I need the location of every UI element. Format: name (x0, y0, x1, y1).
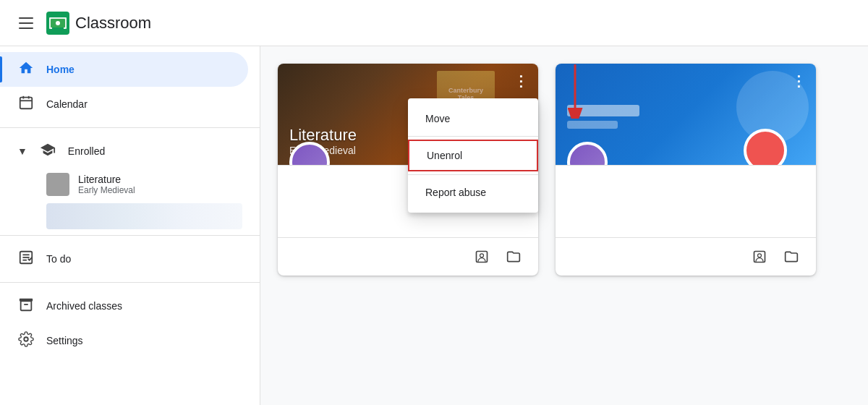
card-header-blurred[interactable]: ⋮ (556, 64, 816, 165)
sidebar-item-enrolled[interactable]: ▼ Enrolled (0, 134, 248, 169)
sidebar-item-home[interactable]: Home (0, 52, 248, 87)
chevron-icon: ▼ (17, 145, 27, 157)
home-label: Home (46, 64, 75, 75)
todo-label: To do (46, 253, 71, 265)
sidebar-item-todo[interactable]: To do (0, 242, 248, 276)
svg-rect-4 (52, 27, 64, 29)
card-body-blurred (556, 165, 816, 237)
archived-label: Archived classes (46, 300, 122, 312)
svg-point-21 (758, 254, 762, 257)
calendar-label: Calendar (46, 98, 88, 110)
calendar-icon (17, 95, 35, 114)
settings-icon (17, 331, 35, 351)
dropdown-unenrol[interactable]: Unenrol (408, 140, 538, 171)
teacher-avatar-blurred (567, 142, 608, 165)
more-dots-icon: ⋮ (514, 72, 529, 90)
sidebar-item-calendar[interactable]: Calendar (0, 87, 248, 122)
cards-grid: CanterburyTales ⋮ Literature Early Medie… (278, 64, 851, 276)
sidebar-blurred-item-1 (46, 203, 242, 229)
student-submissions-icon[interactable] (469, 244, 495, 270)
home-icon (17, 60, 35, 80)
card-more-button-literature[interactable]: ⋮ (509, 69, 532, 93)
sidebar-divider-1 (0, 127, 260, 128)
card-footer-blurred (556, 237, 816, 276)
archive-icon (17, 297, 35, 316)
app-logo: Classroom (46, 12, 151, 35)
classroom-logo-icon (46, 12, 69, 35)
sidebar: Home Calendar ▼ (0, 46, 260, 405)
app-title: Classroom (75, 14, 151, 33)
class-card-blurred: ⋮ (556, 64, 816, 276)
class-thumbnail (46, 173, 69, 196)
sidebar-class-literature[interactable]: Literature Early Medieval (0, 169, 260, 200)
sidebar-divider-3 (0, 282, 260, 283)
dropdown-report[interactable]: Report abuse (408, 178, 538, 207)
hamburger-icon (19, 17, 33, 29)
menu-button[interactable] (12, 9, 41, 38)
dropdown-menu: Move Unenrol Report abuse (408, 98, 538, 213)
svg-point-19 (480, 254, 484, 257)
enrolled-label: Enrolled (68, 145, 105, 157)
dropdown-divider-2 (408, 174, 538, 175)
card-more-button-blurred[interactable]: ⋮ (787, 69, 810, 93)
topbar: Classroom (0, 0, 868, 46)
class-sub: Early Medieval (78, 185, 135, 195)
blurred-title (567, 105, 639, 129)
svg-point-3 (56, 21, 60, 25)
settings-label: Settings (46, 335, 83, 346)
drive-folder-icon[interactable] (501, 244, 527, 270)
sidebar-divider-2 (0, 235, 260, 236)
sidebar-item-settings[interactable]: Settings (0, 323, 248, 358)
todo-icon (17, 250, 35, 269)
student-submissions-icon-2[interactable] (746, 244, 773, 270)
card-footer-literature (278, 237, 538, 276)
svg-rect-5 (20, 97, 33, 108)
dropdown-divider (408, 136, 538, 137)
class-name: Literature (78, 174, 135, 185)
main-content: CanterburyTales ⋮ Literature Early Medie… (260, 46, 868, 405)
sidebar-item-archived[interactable]: Archived classes (0, 289, 248, 323)
main-layout: Home Calendar ▼ (0, 46, 868, 405)
more-dots-icon-2: ⋮ (791, 72, 807, 90)
class-card-literature: CanterburyTales ⋮ Literature Early Medie… (278, 64, 538, 276)
dropdown-move[interactable]: Move (408, 104, 538, 133)
svg-point-15 (24, 337, 28, 341)
enrolled-icon (39, 142, 56, 161)
drive-folder-icon-2[interactable] (778, 244, 804, 270)
